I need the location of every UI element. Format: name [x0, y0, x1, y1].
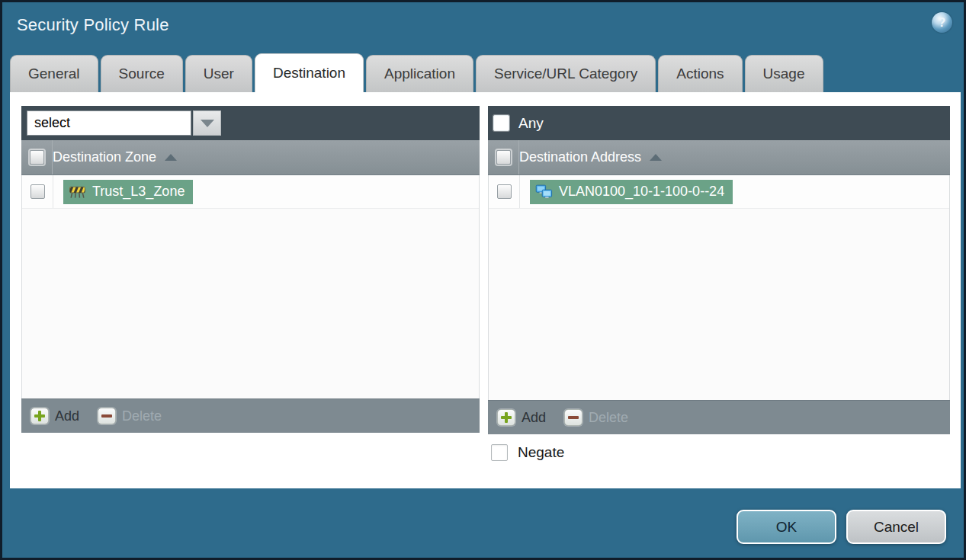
address-select-all-checkbox[interactable]	[496, 150, 511, 165]
zone-delete-button[interactable]: Delete	[98, 408, 162, 424]
zone-add-label: Add	[55, 408, 79, 424]
address-panel-toolbar: Any	[488, 106, 950, 140]
address-panel-footer: Add Delete	[488, 400, 950, 434]
zone-select-dropdown-button[interactable]	[193, 110, 221, 136]
zone-header-checkbox-cell	[21, 140, 53, 174]
zone-row[interactable]: Trust_L3_Zone	[22, 175, 479, 209]
zone-row-checkbox[interactable]	[30, 184, 45, 199]
destination-address-panel: Any Destination Address	[488, 106, 950, 434]
zone-column-header[interactable]: Destination Zone	[21, 140, 480, 175]
address-row[interactable]: VLAN0100_10-1-100-0--24	[489, 175, 949, 209]
address-column-header[interactable]: Destination Address	[488, 140, 950, 175]
dialog-titlebar: Security Policy Rule ?	[2, 2, 964, 51]
tab-application[interactable]: Application	[366, 55, 473, 92]
destination-tab-content: select Destination Zone	[10, 92, 961, 488]
address-header-checkbox-cell	[488, 140, 519, 174]
tab-general[interactable]: General	[10, 55, 98, 92]
negate-label: Negate	[518, 444, 564, 461]
zone-barrier-icon	[69, 184, 86, 199]
tab-bar: General Source User Destination Applicat…	[10, 53, 956, 92]
zone-add-button[interactable]: Add	[30, 408, 79, 424]
address-delete-label: Delete	[589, 410, 628, 426]
address-chip[interactable]: VLAN0100_10-1-100-0--24	[530, 180, 733, 204]
chevron-down-icon	[201, 120, 214, 127]
any-checkbox[interactable]	[493, 115, 509, 131]
negate-option: Negate	[491, 444, 564, 461]
address-row-checkbox-cell	[489, 175, 520, 208]
delete-minus-icon	[564, 409, 582, 426]
add-plus-icon	[30, 408, 49, 424]
delete-minus-icon	[98, 408, 116, 424]
zone-delete-label: Delete	[122, 408, 162, 424]
zone-list: Trust_L3_Zone	[21, 175, 480, 398]
zone-chip[interactable]: Trust_L3_Zone	[63, 180, 193, 204]
zone-column-header-label: Destination Zone	[53, 149, 156, 165]
help-icon[interactable]: ?	[932, 12, 952, 33]
cancel-button[interactable]: Cancel	[846, 510, 946, 544]
network-address-icon	[535, 184, 553, 199]
zone-row-checkbox-cell	[22, 175, 53, 208]
address-column-header-label: Destination Address	[519, 149, 641, 165]
zone-select-input[interactable]: select	[27, 110, 191, 136]
security-policy-rule-dialog: { "dialog": { "title": "Security Policy …	[0, 0, 966, 560]
tab-service-url-category[interactable]: Service/URL Category	[476, 55, 656, 92]
sort-ascending-icon	[165, 154, 177, 161]
address-list: VLAN0100_10-1-100-0--24	[488, 175, 950, 400]
ok-button[interactable]: OK	[737, 510, 836, 544]
add-plus-icon	[497, 409, 515, 426]
destination-zone-panel: select Destination Zone	[21, 106, 480, 433]
sort-ascending-icon	[650, 154, 662, 161]
zone-select-combo: select	[27, 110, 221, 136]
address-add-button[interactable]: Add	[497, 409, 546, 426]
any-label: Any	[518, 115, 544, 132]
tab-source[interactable]: Source	[101, 55, 183, 92]
address-name: VLAN0100_10-1-100-0--24	[559, 184, 724, 200]
address-delete-button[interactable]: Delete	[564, 409, 628, 426]
address-add-label: Add	[522, 410, 546, 426]
tab-destination[interactable]: Destination	[255, 53, 364, 92]
zone-select-all-checkbox[interactable]	[30, 150, 44, 165]
zone-name: Trust_L3_Zone	[92, 184, 185, 200]
dialog-title: Security Policy Rule	[17, 15, 169, 35]
tab-user[interactable]: User	[185, 55, 252, 92]
address-row-checkbox[interactable]	[497, 184, 512, 199]
negate-checkbox[interactable]	[491, 444, 508, 461]
tab-actions[interactable]: Actions	[658, 55, 742, 92]
zone-panel-footer: Add Delete	[21, 398, 480, 433]
zone-panel-toolbar: select	[21, 106, 480, 140]
tab-usage[interactable]: Usage	[745, 55, 823, 92]
